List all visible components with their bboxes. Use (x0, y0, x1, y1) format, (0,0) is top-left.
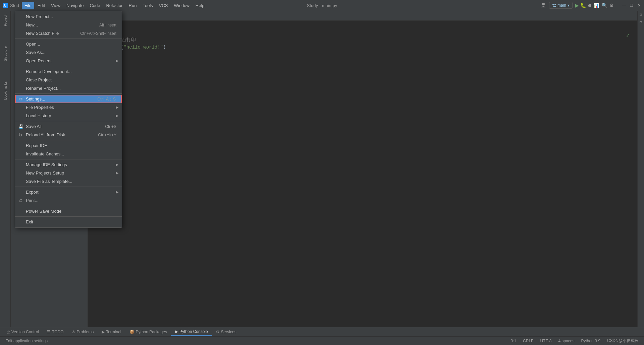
menu-open[interactable]: Open... (15, 40, 122, 48)
menu-new[interactable]: New... Alt+Insert (15, 21, 122, 29)
terminal-tab[interactable]: ▶ Terminal (98, 328, 125, 336)
separator-5 (15, 140, 122, 140)
problems-icon: ⚠ (72, 330, 75, 334)
reload-icon: ↻ (18, 132, 22, 138)
minimize-button[interactable]: — (622, 3, 627, 8)
right-sidebar: N B (637, 11, 644, 327)
menu-manage-ide[interactable]: Manage IDE Settings ▶ (15, 160, 122, 169)
line-ending-text: CRLF (523, 339, 533, 343)
title-bar: S Stud File Edit View Navigate Code Refa… (0, 0, 644, 11)
menu-help[interactable]: Help (193, 2, 207, 9)
separator-2 (15, 66, 122, 66)
separator-6 (15, 159, 122, 159)
services-icon: ⚙ (216, 330, 220, 334)
run-coverage-button[interactable]: ⏺ (587, 3, 592, 8)
settings-shortcut: Ctrl+Alt+S (97, 97, 116, 101)
sidebar-tab-structure[interactable]: Structure (2, 44, 9, 64)
settings-icon[interactable]: ⚙ (609, 3, 614, 8)
menu-invalidate-caches[interactable]: Invalidate Caches... (15, 150, 122, 158)
menu-save-as[interactable]: Save As... (15, 48, 122, 57)
version-control-tab[interactable]: ◎ Version Control (3, 328, 43, 336)
menu-new-projects-setup[interactable]: New Projects Setup ▶ (15, 169, 122, 177)
menu-file-properties[interactable]: File Properties ▶ (15, 103, 122, 112)
window-controls: — ❐ ✕ (622, 3, 641, 8)
editor-area: main.py ✕ ⋮ 1 2 # 控制台打印 print("hello wor… (88, 11, 637, 327)
separator-3 (15, 93, 122, 94)
menu-view[interactable]: View (48, 2, 63, 9)
cursor-position[interactable]: 3:1 (508, 338, 519, 344)
python-console-label: Python Console (179, 329, 208, 334)
python-packages-tab[interactable]: 📦 Python Packages (125, 328, 171, 336)
separator-9 (15, 216, 122, 217)
editor-code-content[interactable]: # 控制台打印 print("hello world!") (101, 31, 637, 327)
separator-1 (15, 39, 122, 39)
new-scratch-shortcut: Ctrl+Alt+Shift+Insert (80, 31, 116, 36)
menu-new-scratch[interactable]: New Scratch File Ctrl+Alt+Shift+Insert (15, 29, 122, 38)
separator-4 (15, 121, 122, 121)
language-text: Python 3.9 (581, 339, 600, 343)
file-encoding[interactable]: UTF-8 (537, 338, 554, 344)
menu-tools[interactable]: Tools (140, 2, 155, 9)
user-icon[interactable] (540, 2, 546, 9)
language-info[interactable]: Python 3.9 (578, 338, 603, 344)
menu-settings[interactable]: ⚙ Settings... Ctrl+Alt+S (15, 95, 122, 103)
save-all-icon: 💾 (18, 124, 23, 129)
run-profile-button[interactable]: 📊 (593, 3, 599, 8)
tab-more-icon[interactable]: ⋮ (632, 13, 636, 18)
search-everywhere-icon[interactable]: 🔍 (602, 3, 607, 8)
menu-vcs[interactable]: VCS (156, 2, 171, 9)
menu-rename-project[interactable]: Rename Project... (15, 84, 122, 92)
line-ending[interactable]: CRLF (520, 338, 536, 344)
menu-edit[interactable]: Edit (35, 2, 48, 9)
menu-run[interactable]: Run (126, 2, 140, 9)
reload-all-shortcut: Ctrl+Alt+Y (98, 133, 116, 137)
left-sidebar: Project Structure Bookmarks (0, 11, 11, 327)
remote-dev-label: Remote Development... (26, 69, 72, 74)
close-project-label: Close Project (26, 77, 52, 82)
sidebar-tab-project[interactable]: Project (2, 12, 9, 29)
reload-all-label: Reload All from Disk (26, 132, 65, 137)
bookmarks-right-tab[interactable]: B (638, 20, 643, 25)
menu-code[interactable]: Code (87, 2, 103, 9)
run-controls: ▶ 🐛 ⏺ 📊 (575, 3, 599, 8)
todo-icon: ☰ (47, 330, 51, 334)
menu-open-recent[interactable]: Open Recent ▶ (15, 57, 122, 65)
menu-repair-ide[interactable]: Repair IDE (15, 141, 122, 150)
branch-selector[interactable]: main ▾ (549, 2, 573, 9)
maximize-button[interactable]: ❐ (629, 3, 634, 8)
problems-tab[interactable]: ⚠ Problems (68, 328, 98, 336)
app-icon: S (3, 3, 8, 8)
debug-button[interactable]: 🐛 (580, 3, 586, 8)
edit-settings-link[interactable]: Edit application settings (3, 339, 50, 343)
sidebar-tab-bookmarks[interactable]: Bookmarks (2, 79, 9, 102)
menu-save-template[interactable]: Save File as Template... (15, 177, 122, 186)
menu-exit[interactable]: Exit (15, 218, 122, 226)
run-button[interactable]: ▶ (575, 3, 579, 8)
menu-navigate[interactable]: Navigate (64, 2, 86, 9)
menu-close-project[interactable]: Close Project (15, 76, 122, 84)
menu-refactor[interactable]: Refactor (103, 2, 125, 9)
menu-new-project[interactable]: New Project... (15, 12, 122, 21)
close-button[interactable]: ✕ (637, 3, 641, 8)
menu-file[interactable]: File (22, 2, 34, 9)
menu-reload-all[interactable]: ↻ Reload All from Disk Ctrl+Alt+Y (15, 131, 122, 139)
menu-power-save[interactable]: Power Save Mode (15, 207, 122, 215)
indent-info[interactable]: 4 spaces (555, 338, 577, 344)
status-right: 3:1 CRLF UTF-8 4 spaces Python 3.9 CSDN@… (508, 338, 641, 344)
python-console-tab[interactable]: ▶ Python Console (171, 328, 212, 336)
cursor-position-text: 3:1 (511, 339, 516, 343)
services-tab[interactable]: ⚙ Services (212, 328, 240, 336)
menu-save-all[interactable]: 💾 Save All Ctrl+S (15, 122, 122, 131)
open-recent-arrow: ▶ (116, 59, 118, 63)
csdn-badge[interactable]: CSDN@小皮成长 (604, 338, 641, 344)
status-bar: Edit application settings 3:1 CRLF UTF-8… (0, 336, 644, 345)
menu-print[interactable]: 🖨 Print... (15, 196, 122, 205)
notifications-tab[interactable]: N (638, 12, 643, 17)
menu-local-history[interactable]: Local History ▶ (15, 112, 122, 120)
menu-remote-dev[interactable]: Remote Development... (15, 67, 122, 76)
local-history-arrow: ▶ (116, 114, 118, 118)
menu-export[interactable]: Export ▶ (15, 188, 122, 196)
app-name-prefix: Stud (10, 3, 19, 8)
menu-window[interactable]: Window (171, 2, 192, 9)
todo-tab[interactable]: ☰ TODO (43, 328, 67, 336)
